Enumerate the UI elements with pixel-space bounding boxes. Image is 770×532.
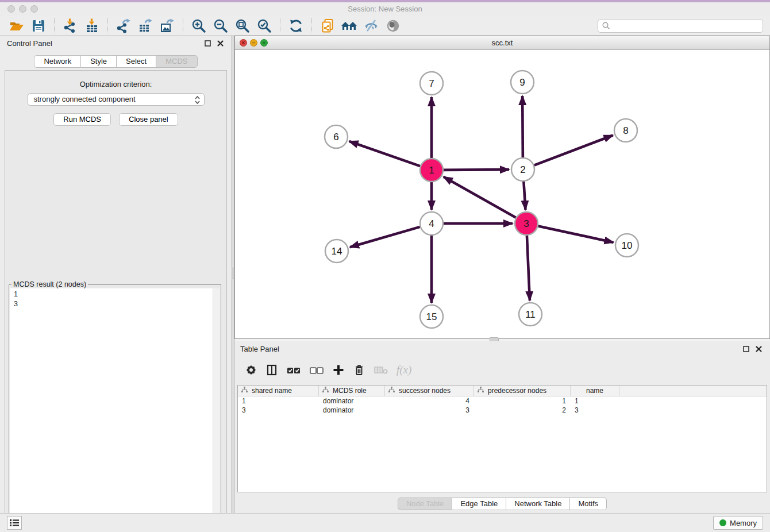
graph-node-label: 8 (623, 125, 628, 136)
control-panel-header: Control Panel (0, 36, 232, 51)
search-field[interactable] (598, 19, 763, 33)
tab-mcds[interactable]: MCDS (156, 55, 197, 68)
graph-edge-3-1[interactable] (444, 177, 516, 218)
column-header-predecessor-nodes[interactable]: predecessor nodes (474, 385, 571, 396)
table-cell[interactable]: 3 (238, 406, 319, 414)
function-builder-icon[interactable]: f(x) (396, 364, 411, 376)
toolbar-separator (183, 18, 183, 33)
table-cell[interactable]: 1 (571, 397, 619, 405)
table-cell[interactable]: dominator (319, 406, 385, 414)
tab-network[interactable]: Network (34, 55, 81, 68)
graph-node-4[interactable]: 4 (420, 212, 443, 235)
main-toolbar (0, 16, 770, 36)
table-cell[interactable]: 2 (474, 406, 571, 414)
column-header-label: predecessor nodes (488, 387, 546, 395)
graph-edge-1-6[interactable] (349, 141, 421, 166)
table-cell[interactable]: 3 (385, 406, 474, 414)
graph-node-3[interactable]: 3 (515, 212, 538, 235)
table-row[interactable]: 3dominator323 (238, 406, 767, 415)
column-header-successor-nodes[interactable]: successor nodes (385, 385, 474, 396)
table-panel: Table Panel (234, 341, 770, 513)
graph-edge-2-8[interactable] (534, 136, 613, 165)
add-column-icon[interactable] (332, 364, 345, 376)
graph-edge-2-3[interactable] (523, 182, 525, 210)
network-window-titlebar[interactable]: × − + scc.txt (235, 36, 769, 50)
tab-motifs[interactable]: Motifs (570, 498, 607, 510)
deselect-all-rows-icon[interactable] (309, 364, 324, 376)
hide-selected-icon[interactable] (363, 18, 380, 34)
tab-node-table[interactable]: Node Table (398, 498, 453, 510)
search-input[interactable] (611, 20, 763, 32)
table-row[interactable]: 1dominator411 (238, 396, 767, 406)
close-table-panel-icon[interactable] (754, 344, 763, 353)
graph-edge-3-11[interactable] (527, 236, 530, 300)
close-panel-button[interactable]: Close panel (119, 113, 178, 126)
run-mcds-button[interactable]: Run MCDS (53, 113, 111, 126)
zoom-in-icon[interactable] (190, 18, 207, 34)
zoom-selected-icon[interactable] (256, 18, 273, 34)
table-settings-icon[interactable] (245, 364, 257, 376)
control-panel-tabs: NetworkStyleSelectMCDS (0, 55, 232, 68)
import-table-icon[interactable] (83, 18, 101, 34)
close-panel-icon[interactable] (215, 38, 225, 48)
select-all-rows-icon[interactable] (286, 364, 301, 376)
graph-node-15[interactable]: 15 (420, 305, 443, 328)
memory-status-dot (719, 519, 726, 526)
tab-style[interactable]: Style (81, 55, 117, 68)
graph-node-7[interactable]: 7 (420, 72, 443, 95)
apply-layout-icon[interactable] (287, 18, 305, 34)
graph-edge-1-2[interactable] (444, 169, 509, 170)
tab-network-table[interactable]: Network Table (506, 498, 570, 510)
first-neighbors-icon[interactable] (341, 18, 358, 34)
float-table-panel-icon[interactable] (741, 344, 750, 353)
graph-node-10[interactable]: 10 (615, 234, 638, 257)
graph-node-6[interactable]: 6 (325, 125, 348, 148)
table-cell[interactable]: 4 (385, 397, 474, 405)
zoom-out-icon[interactable] (212, 18, 229, 34)
table-cell[interactable]: 1 (238, 397, 319, 405)
graph-node-8[interactable]: 8 (614, 119, 637, 142)
dropdown-stepper-icon (194, 95, 201, 109)
export-image-icon[interactable] (159, 18, 176, 34)
graph-node-9[interactable]: 9 (511, 71, 534, 94)
graph-node-11[interactable]: 11 (519, 303, 542, 326)
table-cell[interactable]: dominator (319, 397, 385, 405)
table-cell[interactable]: 1 (474, 397, 571, 405)
mcds-result-list[interactable]: 13 (10, 288, 220, 532)
graph-node-2[interactable]: 2 (511, 158, 534, 181)
export-table-icon[interactable] (137, 18, 154, 34)
table-panel-title: Table Panel (240, 345, 738, 353)
zoom-fit-icon[interactable] (234, 18, 251, 34)
new-network-from-selection-icon[interactable] (319, 18, 336, 34)
column-header-name[interactable]: name (571, 385, 619, 396)
scrollbar-track[interactable] (213, 288, 220, 532)
graph-edge-3-10[interactable] (538, 226, 614, 242)
window-title: Session: New Session (0, 5, 770, 13)
graph-node-14[interactable]: 14 (325, 240, 348, 263)
memory-button[interactable]: Memory (713, 516, 763, 530)
graph-edge-2-9[interactable] (522, 96, 523, 157)
network-window-title: scc.txt (235, 38, 769, 47)
delete-column-icon[interactable] (353, 364, 365, 376)
graph-node-1[interactable]: 1 (420, 159, 443, 182)
toggle-column-display-icon[interactable] (265, 364, 278, 376)
network-graph-canvas[interactable]: 1234678910111415 (235, 50, 769, 338)
tab-edge-table[interactable]: Edge Table (452, 498, 506, 510)
show-all-icon[interactable] (384, 18, 402, 34)
float-panel-icon[interactable] (203, 38, 212, 48)
save-session-icon[interactable] (30, 18, 47, 34)
task-history-button[interactable] (7, 516, 22, 530)
dropdown-selected-value: strongly connected component (34, 95, 136, 103)
column-header-mcds-role[interactable]: MCDS role (319, 385, 385, 396)
optimization-criterion-select[interactable]: strongly connected component (28, 93, 205, 106)
open-session-icon[interactable] (8, 18, 25, 34)
delete-table-icon[interactable] (374, 364, 388, 376)
tab-select[interactable]: Select (117, 55, 156, 68)
import-network-icon[interactable] (61, 18, 79, 34)
export-network-icon[interactable] (115, 18, 132, 34)
column-header-shared-name[interactable]: shared name (238, 385, 319, 396)
sort-hierarchy-icon (241, 387, 248, 395)
graph-edge-4-14[interactable] (350, 227, 420, 247)
node-table[interactable]: shared nameMCDS rolesuccessor nodesprede… (237, 385, 767, 492)
table-cell[interactable]: 3 (571, 406, 619, 414)
